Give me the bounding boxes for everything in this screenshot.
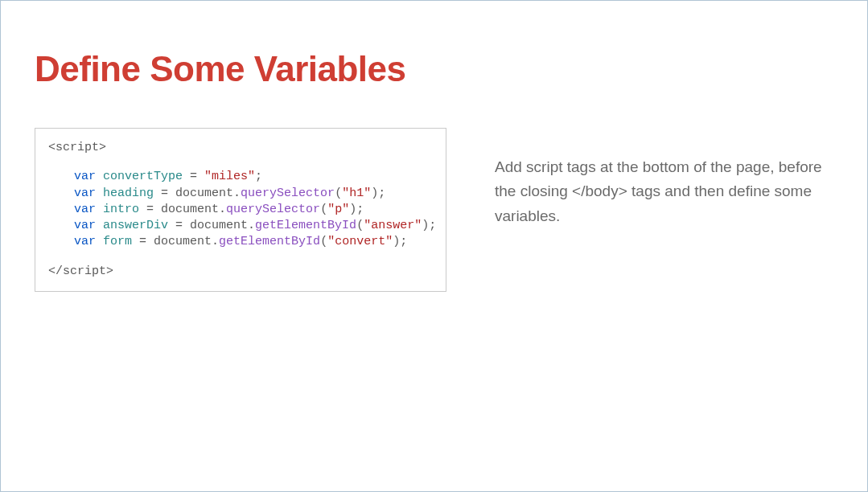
- slide-title: Define Some Variables: [35, 49, 833, 89]
- description-text: Add script tags at the bottom of the pag…: [495, 128, 833, 228]
- code-line-2: var heading = document.querySelector("h1…: [48, 186, 433, 202]
- content-row: <script> var convertType = "miles"; var …: [35, 128, 833, 292]
- code-script-close: </script>: [48, 264, 433, 280]
- code-line-1: var convertType = "miles";: [48, 169, 433, 185]
- code-block: <script> var convertType = "miles"; var …: [35, 128, 446, 292]
- slide: Define Some Variables <script> var conve…: [1, 1, 867, 292]
- code-line-5: var form = document.getElementById("conv…: [48, 234, 433, 250]
- code-script-open: <script>: [48, 140, 433, 156]
- code-line-3: var intro = document.querySelector("p");: [48, 202, 433, 218]
- code-line-4: var answerDiv = document.getElementById(…: [48, 218, 433, 234]
